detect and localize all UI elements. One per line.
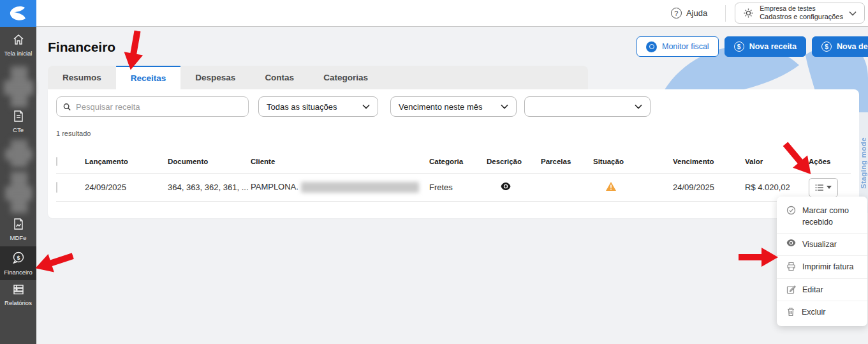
monitor-fiscal-button[interactable]: Monitor fiscal <box>636 36 719 57</box>
tab-contas[interactable]: Contas <box>250 66 309 89</box>
cell-cliente: PAMPLONA. <box>251 182 429 193</box>
help-button[interactable]: ? Ajuda <box>671 8 707 19</box>
chevron-down-icon <box>635 104 642 109</box>
logo-swoosh-icon <box>8 4 29 22</box>
chevron-down-icon <box>501 104 508 109</box>
cell-vencimento: 24/09/2025 <box>673 183 745 192</box>
redacted-text <box>301 182 419 193</box>
search-box <box>56 96 249 117</box>
col-vencimento: Vencimento <box>673 158 745 165</box>
eye-icon <box>786 239 796 246</box>
tab-resumos[interactable]: Resumos <box>48 66 116 89</box>
mdfe-document-icon <box>13 218 24 230</box>
help-icon: ? <box>671 8 682 19</box>
gear-icon <box>743 8 754 19</box>
edit-icon <box>786 285 796 294</box>
svg-text:$: $ <box>17 255 20 261</box>
company-selector[interactable]: Empresa de testes Cadastros e configuraç… <box>735 3 865 24</box>
menu-item-label: Imprimir fatura <box>802 261 854 273</box>
annotation-arrow-financeiro-item <box>31 245 77 280</box>
menu-item-label: Marcar como recebido <box>802 205 861 228</box>
tab-categorias[interactable]: Categorias <box>309 66 383 89</box>
printer-icon <box>786 262 796 271</box>
sidebar: Tela inicial CTe MDFe $ Financeiro Relat… <box>0 0 36 344</box>
extra-filter-select[interactable] <box>524 96 651 117</box>
sidebar-item-cte[interactable]: CTe <box>0 110 36 133</box>
tab-receitas[interactable]: Receitas <box>116 66 181 89</box>
topbar-divider <box>725 5 726 22</box>
sidebar-item-tela-inicial[interactable]: Tela inicial <box>0 33 36 57</box>
menu-item-label: Excluir <box>802 306 826 318</box>
table-row: 24/09/2025 364, 363, 362, 361, ... PAMPL… <box>56 173 851 202</box>
sidebar-item-redacted <box>4 80 33 95</box>
dollar-circle-icon: $ <box>734 41 744 52</box>
col-cliente: Cliente <box>251 158 429 165</box>
tab-bar: Resumos Receitas Despesas Contas Categor… <box>48 66 588 89</box>
menu-item-editar[interactable]: Editar <box>777 278 867 301</box>
row-checkbox[interactable] <box>56 182 57 193</box>
page-title: Financeiro <box>48 40 115 55</box>
app-logo[interactable] <box>0 0 36 27</box>
due-period-filter-select[interactable]: Vencimento neste mês <box>390 96 517 117</box>
sidebar-item-redacted <box>5 186 32 200</box>
annotation-arrow-imprimir-fatura <box>739 246 779 269</box>
monitor-fiscal-label: Monitor fiscal <box>662 42 709 51</box>
monitor-icon <box>646 41 657 52</box>
menu-item-imprimir-fatura[interactable]: Imprimir fatura <box>777 255 867 278</box>
col-situacao: Situação <box>593 158 673 165</box>
nova-despesa-button[interactable]: $ Nova despesa <box>812 36 868 57</box>
col-acoes: Ações <box>809 158 851 165</box>
sidebar-item-financeiro[interactable]: $ Financeiro <box>0 246 36 280</box>
receitas-table: Lançamento Documento Cliente Categoria D… <box>56 150 851 202</box>
menu-item-label: Visualizar <box>802 239 837 250</box>
due-period-filter-value: Vencimento neste mês <box>399 102 483 112</box>
menu-item-visualizar[interactable]: Visualizar <box>777 233 867 255</box>
reports-icon <box>12 283 25 295</box>
sidebar-item-label: MDFe <box>0 234 36 241</box>
header-actions: Monitor fiscal $ Nova receita $ Nova des… <box>636 36 868 57</box>
warning-icon <box>606 182 616 191</box>
row-actions-button[interactable] <box>809 178 838 197</box>
cell-documento: 364, 363, 362, 361, ... <box>168 183 251 192</box>
row-actions-menu: Marcar como recebido Visualizar Imprimir… <box>777 197 867 326</box>
cliente-name: PAMPLONA. <box>251 182 298 191</box>
menu-item-marcar-como-recebido[interactable]: Marcar como recebido <box>777 200 867 233</box>
dollar-circle-icon: $ <box>821 41 832 52</box>
help-label: Ajuda <box>686 8 707 18</box>
sidebar-item-label: CTe <box>0 126 36 133</box>
sidebar-item-label: Financeiro <box>0 269 36 276</box>
cte-document-icon <box>13 110 24 123</box>
table-header-row: Lançamento Documento Cliente Categoria D… <box>56 150 851 173</box>
cell-lancamento: 24/09/2025 <box>85 183 168 192</box>
results-count: 1 resultado <box>56 130 91 137</box>
eye-icon[interactable] <box>501 183 511 190</box>
sidebar-item-label: Tela inicial <box>0 50 36 57</box>
finance-bubble-icon: $ <box>11 251 26 265</box>
sidebar-item-mdfe[interactable]: MDFe <box>0 218 36 241</box>
chevron-down-icon <box>849 11 857 16</box>
menu-item-label: Editar <box>802 284 823 295</box>
company-name: Empresa de testes <box>760 4 843 13</box>
cell-valor: R$ 4.020,02 <box>745 183 809 192</box>
home-icon <box>12 33 25 46</box>
search-input[interactable] <box>76 102 242 112</box>
select-all-checkbox[interactable] <box>56 157 57 166</box>
chevron-down-icon <box>362 104 370 109</box>
search-icon <box>63 103 71 111</box>
col-lancamento: Lançamento <box>85 158 168 165</box>
status-filter-select[interactable]: Todas as situações <box>258 96 378 117</box>
col-documento: Documento <box>168 158 251 165</box>
company-subtitle: Cadastros e configurações <box>760 13 843 22</box>
cell-categoria: Fretes <box>429 183 487 192</box>
sidebar-item-redacted <box>5 149 32 160</box>
menu-item-excluir[interactable]: Excluir <box>777 301 867 323</box>
col-parcelas: Parcelas <box>541 158 593 165</box>
topbar: ? Ajuda Empresa de testes Cadastros e co… <box>36 0 868 27</box>
nova-despesa-label: Nova despesa <box>837 42 868 51</box>
nova-receita-label: Nova receita <box>749 42 797 51</box>
nova-receita-button[interactable]: $ Nova receita <box>725 36 806 57</box>
list-icon <box>815 184 824 191</box>
sidebar-item-relatorios[interactable]: Relatórios <box>0 283 36 306</box>
tab-despesas[interactable]: Despesas <box>180 66 250 89</box>
caret-down-icon <box>827 186 832 189</box>
